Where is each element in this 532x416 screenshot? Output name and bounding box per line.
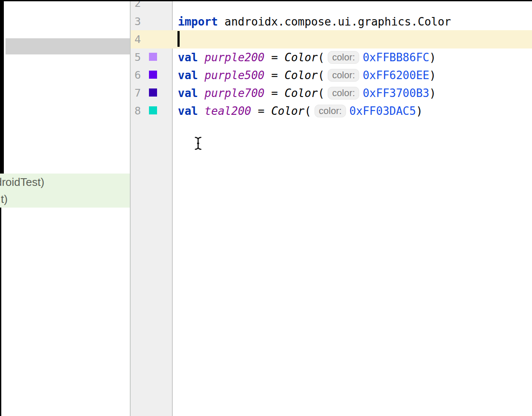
parameter-hint-chip[interactable]: color: <box>328 69 359 82</box>
import-path: androidx.compose.ui.graphics.Color <box>225 15 451 28</box>
keyword-val: val <box>178 105 198 117</box>
property-name: purple500 <box>205 69 265 82</box>
function-call: Color <box>284 87 317 100</box>
function-call: Color <box>271 105 304 117</box>
code-line-7[interactable]: valpurple700=Color(color:0xFF3700B3) <box>178 84 436 102</box>
open-paren: ( <box>318 69 325 82</box>
window-left-edge-lower <box>0 208 1 416</box>
close-paren: ) <box>429 87 436 100</box>
assign-operator: = <box>271 69 278 82</box>
line-number-5[interactable]: 5 <box>132 48 141 66</box>
code-line-5[interactable]: valpurple200=Color(color:0xFFBB86FC) <box>178 48 436 66</box>
property-name: purple200 <box>205 51 265 64</box>
color-literal: 0xFF03DAC5 <box>349 105 416 117</box>
color-literal: 0xFF6200EE <box>363 69 429 82</box>
parameter-hint-chip[interactable]: color: <box>328 51 359 64</box>
color-swatch-purple700[interactable] <box>149 88 157 97</box>
project-tree-row-label: droidTest) <box>0 174 44 191</box>
keyword-val: val <box>178 87 198 100</box>
color-swatch-teal200[interactable] <box>149 106 157 114</box>
property-name: teal200 <box>205 105 252 117</box>
line-number-6[interactable]: 6 <box>132 66 141 84</box>
project-tree-row-test[interactable]: t) <box>0 191 130 208</box>
panel-gutter-divider <box>130 0 131 416</box>
property-name: purple700 <box>205 87 265 100</box>
project-panel: droidTest) t) <box>0 0 130 416</box>
ibeam-cursor-icon <box>194 136 202 151</box>
line-number-7[interactable]: 7 <box>132 84 141 102</box>
parameter-hint-chip[interactable]: color: <box>328 87 359 100</box>
open-paren: ( <box>318 51 325 64</box>
assign-operator: = <box>271 87 278 100</box>
keyword-val: val <box>178 51 198 64</box>
close-paren: ) <box>429 51 436 64</box>
line-number-3[interactable]: 3 <box>132 13 141 31</box>
open-paren: ( <box>318 87 325 100</box>
project-result-block: droidTest) t) <box>0 174 130 208</box>
project-tree-row-label: t) <box>1 191 8 208</box>
assign-operator: = <box>271 51 278 64</box>
open-paren: ( <box>304 105 311 117</box>
keyword-val: val <box>178 69 198 82</box>
function-call: Color <box>284 69 317 82</box>
ide-window: droidTest) t) 2 3 4 5 6 7 8 importandroi… <box>0 0 532 416</box>
code-line-3[interactable]: importandroidx.compose.ui.graphics.Color <box>178 13 451 31</box>
color-literal: 0xFFBB86FC <box>363 51 429 64</box>
assign-operator: = <box>258 105 265 117</box>
parameter-hint-chip[interactable]: color: <box>315 105 346 117</box>
project-selected-row[interactable] <box>6 38 130 54</box>
line-number-2[interactable]: 2 <box>132 0 141 12</box>
editor-surface[interactable]: importandroidx.compose.ui.graphics.Color… <box>173 0 532 416</box>
code-line-6[interactable]: valpurple500=Color(color:0xFF6200EE) <box>178 66 436 84</box>
function-call: Color <box>284 51 317 64</box>
project-tree-row-androidtest[interactable]: droidTest) <box>0 174 130 191</box>
color-literal: 0xFF3700B3 <box>363 87 429 100</box>
window-left-edge-upper <box>0 0 4 174</box>
keyword-import: import <box>178 15 218 28</box>
line-number-8[interactable]: 8 <box>132 102 141 120</box>
close-paren: ) <box>416 105 423 117</box>
color-swatch-purple500[interactable] <box>149 71 157 79</box>
color-swatch-purple200[interactable] <box>149 53 157 61</box>
code-line-8[interactable]: valteal200=Color(color:0xFF03DAC5) <box>178 102 423 120</box>
line-number-4[interactable]: 4 <box>132 31 141 48</box>
close-paren: ) <box>429 69 436 82</box>
text-caret <box>177 31 180 47</box>
window-top-edge <box>0 0 532 1</box>
